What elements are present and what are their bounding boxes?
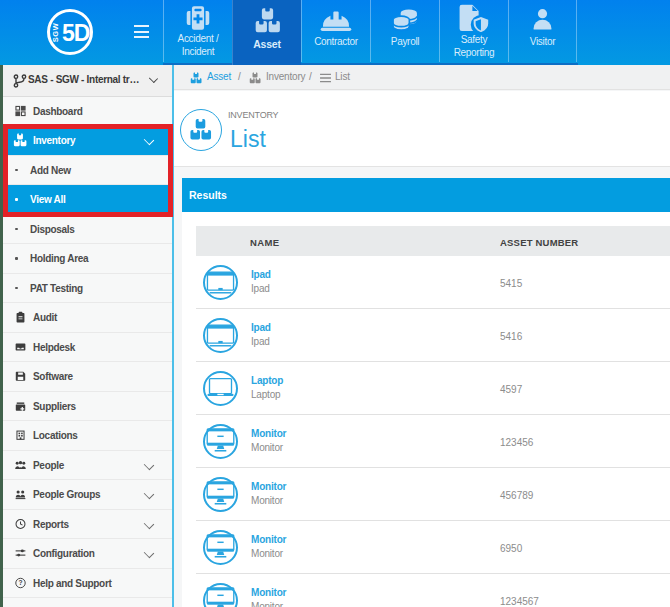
svg-text:?: ? <box>18 579 22 586</box>
